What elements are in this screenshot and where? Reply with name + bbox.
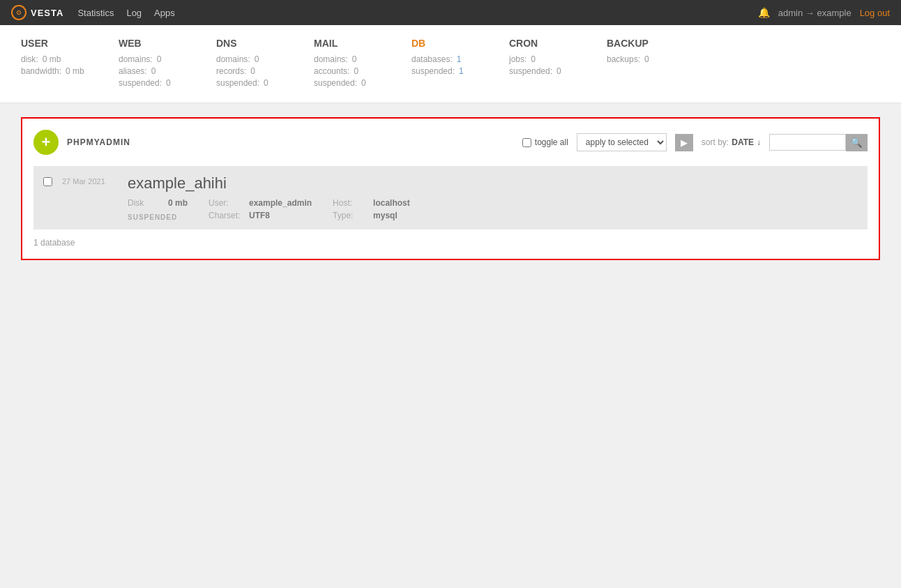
toolbar: + PHPMYADMIN toggle all apply to selecte… <box>33 130 868 155</box>
search-button[interactable]: 🔍 <box>846 134 868 151</box>
stats-section: USER disk: 0 mb bandwidth: 0 mb WEB doma… <box>0 25 901 103</box>
bell-icon: 🔔 <box>758 7 770 18</box>
stats-user-bandwidth: bandwidth: 0 mb <box>21 66 91 76</box>
stats-db: DB databases: 1 suspended: 1 <box>411 38 481 90</box>
db-record-checkbox[interactable] <box>43 177 52 186</box>
db-count: 1 database <box>33 238 868 248</box>
topbar: ⊙ VESTA Statistics Log Apps 🔔 admin → ex… <box>0 0 901 25</box>
stats-web: WEB domains: 0 aliases: 0 suspended: 0 <box>119 38 188 90</box>
logout-button[interactable]: Log out <box>860 8 890 18</box>
logo: ⊙ VESTA <box>11 5 63 20</box>
toggle-all-checkbox[interactable] <box>522 138 531 147</box>
topbar-user: admin → example <box>778 8 851 18</box>
stats-mail: MAIL domains: 0 accounts: 0 suspended: 0 <box>314 38 384 90</box>
toggle-all-container: toggle all <box>522 137 568 147</box>
stats-user-disk: disk: 0 mb <box>21 54 91 64</box>
apply-go-button[interactable]: ▶ <box>675 134 693 151</box>
db-record-details: Disk 0 mb SUSPENDED User: example_admin … <box>128 198 858 221</box>
stats-cron-title: CRON <box>509 38 579 49</box>
search-input[interactable] <box>769 134 846 151</box>
logo-text: VESTA <box>31 8 63 18</box>
user-account: example <box>817 8 851 18</box>
db-record: 27 Mar 2021 example_ahihi Disk 0 mb SUSP… <box>33 166 868 229</box>
nav-statistics[interactable]: Statistics <box>77 8 114 18</box>
db-record-date: 27 Mar 2021 <box>62 174 118 186</box>
vesta-logo-icon: ⊙ <box>11 5 26 20</box>
stats-cron: CRON jobs: 0 suspended: 0 <box>509 38 579 90</box>
sort-by: sort by: DATE ↓ <box>702 137 761 147</box>
stats-user-title: USER <box>21 38 91 49</box>
db-record-name: example_ahihi <box>128 174 858 193</box>
stats-mail-title: MAIL <box>314 38 384 49</box>
stats-backup: BACKUP backups: 0 <box>607 38 676 90</box>
stats-dns: DNS domains: 0 records: 0 suspended: 0 <box>216 38 286 90</box>
stats-db-title: DB <box>411 38 481 49</box>
db-detail-host: Host: localhost Type: mysql <box>333 198 410 221</box>
db-detail-user: User: example_admin Charset: UTF8 <box>209 198 312 221</box>
topbar-nav: Statistics Log Apps <box>77 8 174 18</box>
user-arrow: → <box>805 8 815 18</box>
search-form: 🔍 <box>769 134 868 151</box>
toggle-all-label: toggle all <box>535 137 568 147</box>
db-record-body: example_ahihi Disk 0 mb SUSPENDED User: … <box>128 174 858 221</box>
nav-apps[interactable]: Apps <box>154 8 175 18</box>
add-database-button[interactable]: + <box>33 130 59 155</box>
stats-backup-title: BACKUP <box>607 38 676 49</box>
stats-dns-title: DNS <box>216 38 286 49</box>
topbar-right: 🔔 admin → example Log out <box>758 7 890 18</box>
db-detail-disk: Disk 0 mb SUSPENDED <box>128 198 188 221</box>
apply-to-selected-dropdown[interactable]: apply to selected suspend unsuspend dele… <box>577 133 667 151</box>
stats-web-title: WEB <box>119 38 188 49</box>
main-wrapper: + PHPMYADMIN toggle all apply to selecte… <box>0 103 901 274</box>
phpmyadmin-link[interactable]: PHPMYADMIN <box>67 137 130 147</box>
topbar-left: ⊙ VESTA Statistics Log Apps <box>11 5 175 20</box>
content-box: + PHPMYADMIN toggle all apply to selecte… <box>21 117 880 260</box>
stats-user: USER disk: 0 mb bandwidth: 0 mb <box>21 38 91 90</box>
nav-log[interactable]: Log <box>126 8 142 18</box>
user-admin: admin <box>778 8 803 18</box>
suspended-badge: SUSPENDED <box>128 213 188 221</box>
